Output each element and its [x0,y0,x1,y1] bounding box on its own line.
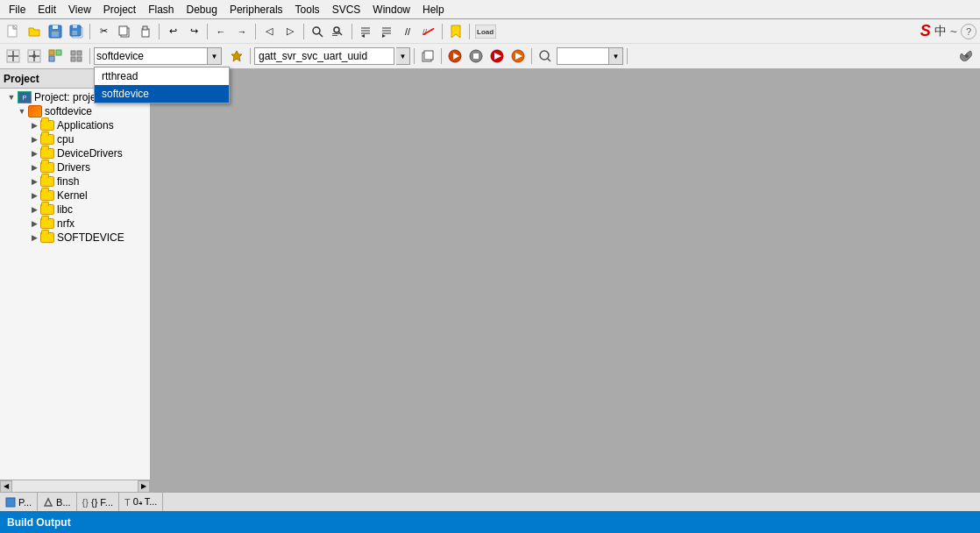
uncomment-btn[interactable]: // [419,22,438,41]
search-btn[interactable] [536,46,555,66]
svg-point-39 [32,54,36,58]
svg-rect-14 [143,26,147,30]
svg-marker-28 [382,34,386,38]
run-btn[interactable] [487,46,507,66]
new-btn[interactable] [4,22,23,41]
tree-devicedrivers-arrow: ▶ [28,149,40,158]
scroll-right-btn[interactable]: ▶ [138,480,150,493]
tab-templates-icon: T [124,497,131,508]
tree-softdevice-folder[interactable]: ▶ SOFTDEVICE [2,231,148,245]
nav-back-btn[interactable]: ← [211,22,231,41]
target-settings-btn[interactable] [25,46,44,66]
find-btn[interactable] [308,22,327,41]
tree-kernel-label: Kernel [57,189,88,202]
find-in-files-btn[interactable] [329,22,348,41]
sidebar-hscroll[interactable]: ◀ ▶ [0,480,150,492]
menu-view[interactable]: View [63,2,96,18]
menu-edit[interactable]: Edit [32,2,61,18]
copy-btn[interactable] [115,22,134,41]
build-options-btn[interactable] [227,46,246,66]
menu-file[interactable]: File [4,2,31,18]
tree-nrfx[interactable]: ▶ nrfx [2,217,148,231]
tree-libc-label: libc [57,203,73,216]
sep10 [250,48,251,64]
svg-marker-61 [45,499,52,506]
svg-rect-44 [77,51,82,55]
search-dropdown-btn[interactable]: ▼ [609,47,623,65]
svg-rect-12 [119,26,127,35]
tree-finsh[interactable]: ▶ finsh [2,174,148,188]
tab-project-icon [5,497,16,508]
debug-target-input[interactable] [254,47,394,65]
tree-devicedrivers[interactable]: ▶ DeviceDrivers [2,146,148,160]
save-btn[interactable] [46,22,65,41]
tree-applications-label: Applications [57,119,114,131]
settings-wrench-btn[interactable] [957,46,976,66]
tree-libc[interactable]: ▶ libc [2,203,148,217]
sidebar-tree-scroll[interactable]: ▼ P Project: project ▼ softdevice ▶ Appl… [0,89,150,480]
bookmark-toggle-btn[interactable] [446,22,465,41]
tree-softdevice[interactable]: ▼ softdevice [2,104,148,118]
sep6 [352,24,352,39]
tab-functions-label: {} F... [91,497,113,508]
paste-btn[interactable] [136,22,155,41]
sep5 [303,24,304,39]
target-settings-new-btn[interactable] [4,46,23,66]
menu-svcs[interactable]: SVCS [327,2,366,18]
menu-flash[interactable]: Flash [143,2,179,18]
comment-btn[interactable]: // [398,22,417,41]
svg-point-15 [313,27,320,34]
tab-build[interactable]: B... [38,493,77,512]
tab-project[interactable]: P... [0,493,38,512]
menu-debug[interactable]: Debug [181,2,223,18]
bookmark-next-btn[interactable]: ▷ [281,22,300,41]
target-dropdown-arrow[interactable]: ▼ [208,47,222,65]
tree-kernel[interactable]: ▶ Kernel [2,188,148,203]
open-btn[interactable] [25,22,44,41]
tree-drivers-label: Drivers [57,161,90,174]
target-dropdown-input[interactable] [94,47,208,65]
menu-help[interactable]: Help [417,2,450,18]
save-all-btn[interactable] [67,22,86,41]
load-btn[interactable]: Load [473,22,498,41]
menu-peripherals[interactable]: Peripherals [224,2,288,18]
components-btn[interactable] [46,46,65,66]
nav-fwd-btn[interactable]: → [232,22,252,41]
scroll-track[interactable] [12,480,138,492]
sidebar-title-label: Project [4,73,39,85]
svg-rect-60 [6,498,15,507]
svg-marker-24 [361,34,365,38]
svg-rect-45 [71,57,75,61]
target-option-rtthread[interactable]: rtthread [95,68,229,85]
tree-softdevice-arrow: ▼ [16,107,28,116]
scroll-left-btn[interactable]: ◀ [0,480,12,493]
debug-target-dropdown-btn[interactable]: ▼ [396,47,410,65]
target-option-softdevice[interactable]: softdevice [95,85,229,103]
redo-btn[interactable]: ↪ [184,22,203,41]
tree-cpu[interactable]: ▶ cpu [2,132,148,146]
copy-target-btn[interactable] [418,46,437,66]
stop-debug-btn[interactable] [466,46,486,66]
tree-libc-arrow: ▶ [28,205,40,214]
status-bar-label: Build Output [7,516,71,529]
bookmark-prev-btn[interactable]: ◁ [259,22,279,41]
outdent-btn[interactable] [377,22,396,41]
help-circle-icon[interactable]: ? [961,24,976,39]
tree-drivers[interactable]: ▶ Drivers [2,160,148,174]
menu-project[interactable]: Project [98,2,141,18]
svg-text:Load: Load [477,28,494,36]
menu-window[interactable]: Window [367,2,415,18]
multiproject-btn[interactable] [67,46,86,66]
undo-btn[interactable]: ↩ [163,22,182,41]
tab-templates[interactable]: T 0₄ T... [119,493,163,512]
indent-btn[interactable] [356,22,375,41]
tab-functions[interactable]: {} {} F... [77,493,119,512]
tree-applications[interactable]: ▶ Applications [2,118,148,132]
tree-softdevice-folder-arrow: ▶ [28,233,40,242]
download-btn[interactable] [508,46,528,66]
start-debug-btn[interactable] [445,46,465,66]
menu-tools[interactable]: Tools [290,2,325,18]
search-toolbar-input[interactable] [557,47,609,65]
tree-nrfx-arrow: ▶ [28,219,40,228]
cut-btn[interactable]: ✂ [94,22,113,41]
